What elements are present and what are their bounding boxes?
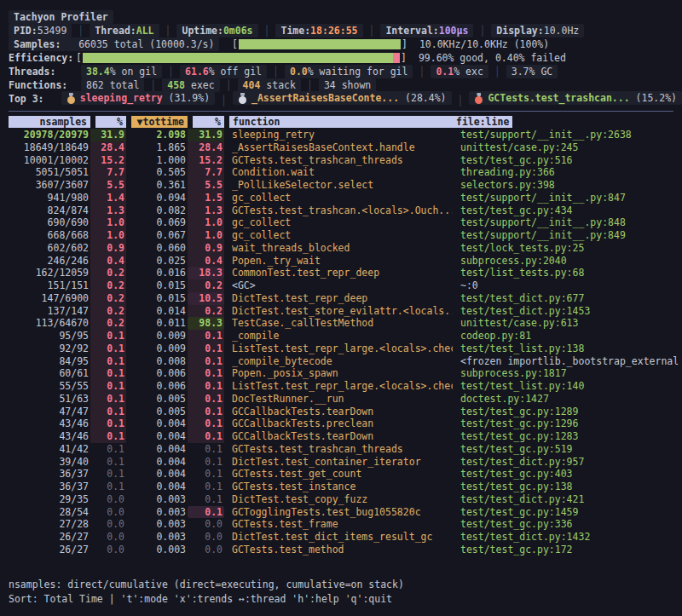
samples-label: Samples: [14,38,61,51]
cell-file-line: unittest/case.py:613 [453,317,682,330]
cell-pct-direct: 5.5 [90,179,126,192]
cell-tottime: 0.004 [126,456,188,469]
table-row[interactable]: 92/920.10.0090.1ListTest.test_repr_large… [9,343,682,355]
table-row[interactable]: 602/6020.90.0600.9wait_threads_blockedte… [9,242,682,255]
cell-function: Condition.wait [224,166,453,179]
cell-nsamples: 41/42 [9,443,90,456]
efficiency-bar-open-bracket: [ [76,52,82,65]
table-row[interactable]: 39/400.10.0040.1DictTest.test_container_… [9,456,682,469]
table-row[interactable]: 162/120590.20.01618.3CommonTest.test_rep… [9,267,682,279]
table-row[interactable]: 43/460.10.0040.1GCCallbackTests.tearDown… [9,430,682,443]
cell-pct-cumulative: 0.1 [188,493,224,506]
col-header-function[interactable]: function [229,116,453,128]
table-row[interactable]: 147/69000.20.01510.5DictTest.test_repr_d… [9,292,682,305]
col-header-file[interactable]: file:line [453,116,512,128]
cell-function: wait_threads_blocked [224,242,453,255]
table-row[interactable]: 51/630.10.0050.1DocTestRunner.__rundocte… [9,393,682,406]
cell-pct-cumulative: 1.5 [188,192,224,204]
samples-gauge [239,39,401,49]
table-row[interactable]: 10001/1000215.21.00015.2GCTests.test_tra… [9,154,682,167]
cell-pct-direct: 0.0 [90,506,126,519]
cell-file-line: test/test_dict.py:957 [453,456,682,469]
cell-pct-cumulative: 5.5 [188,179,224,192]
table-row[interactable]: 47/470.10.0050.1GCCallbackTests.tearDown… [9,406,682,418]
col-header-nsamples[interactable]: nsamples [9,116,90,128]
cell-pct-cumulative: 0.1 [188,393,224,406]
footer-keybindings: Sort: Total Time | 't':mode 'x':trends ↔… [9,593,682,607]
cell-nsamples: 113/64670 [9,317,90,330]
cell-file-line: test/test_gc.py:1296 [453,417,682,430]
cell-pct-direct: 1.0 [90,216,126,229]
cell-file-line: subprocess.py:2040 [453,255,682,268]
cell-function: GCTests.test_trashcan_threads [224,443,453,456]
table-row[interactable]: 668/6681.00.0671.0gc_collecttest/support… [9,229,682,242]
table-row[interactable]: 27/280.00.0030.0GCTests.test_frametest/t… [9,518,682,531]
table-row[interactable]: 824/8741.30.0821.3GCTests.test_trashcan.… [9,204,682,217]
cell-tottime: 2.098 [126,129,188,141]
cell-function: CommonTest.test_repr_deep [224,267,453,279]
cell-function: GCTests.test_instance [224,481,453,493]
field-time-value: 18:26:55 [310,25,357,37]
table-row[interactable]: 941/9801.40.0941.5gc_collecttest/support… [9,192,682,204]
col-header-pct1[interactable]: % [95,116,126,128]
table-row[interactable]: 18649/1864928.41.86528.4_AssertRaisesBas… [9,141,682,154]
table-body: 20978/2097931.92.09831.9sleeping_retryte… [9,129,682,556]
cell-pct-direct: 0.1 [90,393,126,406]
table-row[interactable]: 151/1510.20.0150.2<GC>~:0 [9,279,682,292]
table-row[interactable]: 26/270.00.0030.0GCTests.test_methodtest/… [9,544,682,556]
table-row[interactable]: 36/370.10.0040.1GCTests.test_get_countte… [9,468,682,481]
cell-pct-direct: 0.0 [90,531,126,544]
table-row[interactable]: 3607/36075.50.3615.5_PollLikeSelector.se… [9,179,682,192]
table-row[interactable]: 60/610.10.0060.1Popen._posix_spawnsubpro… [9,367,682,380]
medal-1-icon [66,93,76,104]
table-row[interactable]: 20978/2097931.92.09831.9sleeping_retryte… [9,129,682,141]
field-thread-label: Thread: [95,25,136,37]
cell-pct-cumulative: 31.9 [188,129,224,141]
table-row[interactable]: 26/270.00.0030.0DictTest.test_dict_items… [9,531,682,544]
table-row[interactable]: 113/646700.20.01198.3TestCase._callTestM… [9,317,682,330]
cell-function: ListTest.test_repr_large.<locals>.check [224,343,453,355]
cell-file-line: test/support/__init__.py:849 [453,229,682,242]
thread-stat-waiting-gil-value: 0.0 [290,66,308,78]
table-row[interactable]: 95/950.10.0090.1_compilecodeop.py:81 [9,330,682,343]
table-row[interactable]: 5051/50517.70.5057.7Condition.waitthread… [9,166,682,179]
cell-pct-direct: 1.4 [90,192,126,204]
top-function-2: _AssertRaisesBaseConte... (28.4%) [233,91,451,106]
table-row[interactable]: 137/1470.20.0140.2DictTest.test_store_ev… [9,305,682,318]
cell-tottime: 0.067 [126,229,188,242]
table-row[interactable]: 690/6901.00.0691.0gc_collecttest/support… [9,216,682,229]
cell-pct-cumulative: 0.1 [188,380,224,393]
cell-file-line: codeop.py:81 [453,330,682,343]
field-pid: PID: 53499 [9,24,72,38]
cell-tottime: 0.004 [126,481,188,493]
cell-file-line: test/test_list.py:138 [453,343,682,355]
cell-function: _PollLikeSelector.select [224,179,453,192]
table-row[interactable]: 36/370.10.0040.1GCTests.test_instancetes… [9,481,682,493]
table-row[interactable]: 246/2460.40.0250.4Popen._try_waitsubproc… [9,255,682,268]
cell-pct-direct: 1.0 [90,229,126,242]
table-row[interactable]: 84/950.10.0080.1_compile_bytecode<frozen… [9,355,682,368]
table-row[interactable]: 43/460.10.0040.1GCCallbackTests.preclean… [9,417,682,430]
table-row[interactable]: 29/350.00.0030.1DictTest.test_copy_fuzzt… [9,493,682,506]
top3-row: Top 3:sleeping_retry (31.9%)│_AssertRais… [9,92,682,106]
divider-top3-2: │ [458,95,464,107]
cell-tottime: 0.015 [126,279,188,292]
table-row[interactable]: 41/420.10.0040.1GCTests.test_trashcan_th… [9,443,682,456]
cell-file-line: test/test_dict.py:1453 [453,305,682,318]
function-stat-shown-value: 34 [324,79,336,92]
table-row[interactable]: 55/550.10.0060.1ListTest.test_repr_large… [9,380,682,393]
efficiency-good-fill [83,53,393,63]
col-header-tottime[interactable]: ▼tottime [131,116,188,128]
field-time: Time: 18:26:55 [275,24,362,38]
field-thread-value: ALL [136,25,154,37]
col-header-pct2[interactable]: % [193,116,224,128]
thread-stat-gc-value: 3.7 [512,66,529,78]
field-uptime-label: Uptime: [182,25,223,37]
table-row[interactable]: 28/540.00.0030.1GCTogglingTests.test_bug… [9,506,682,519]
cell-function: DictTest.test_copy_fuzz [224,493,453,506]
samples-bar-close-bracket: ] [402,38,407,51]
title-row: Tachyon Profiler [9,10,682,24]
divider-status-5: │ [479,25,485,37]
footer: nsamples: direct/cumulative (direct=exec… [9,579,682,607]
cell-nsamples: 39/40 [9,456,90,469]
